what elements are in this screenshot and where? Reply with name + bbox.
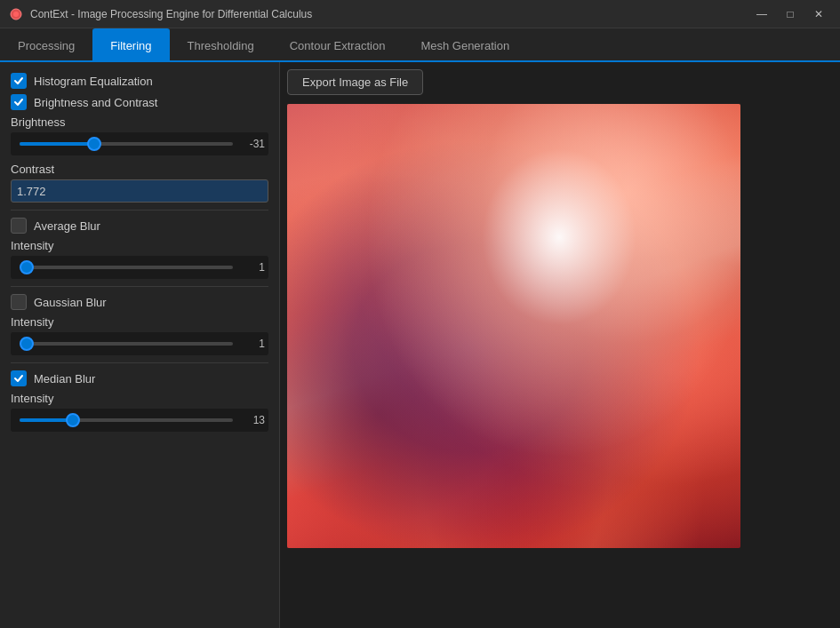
- histogram-equalization-label: Histogram Equalization: [34, 75, 153, 88]
- brightness-contrast-row: Brightness and Contrast: [11, 94, 268, 110]
- histogram-equalization-section: Histogram Equalization: [11, 73, 268, 89]
- average-blur-row: Average Blur: [11, 218, 268, 234]
- intensity-track-2: [20, 342, 233, 346]
- average-blur-checkbox[interactable]: [11, 218, 27, 234]
- median-blur-row: Median Blur: [11, 370, 268, 386]
- export-button[interactable]: Export Image as File: [287, 69, 423, 95]
- intensity-value-1: 1: [238, 261, 265, 274]
- intensity-value-3: 13: [238, 414, 265, 426]
- average-blur-label: Average Blur: [34, 219, 100, 233]
- divider-1: [11, 210, 268, 211]
- tab-mesh-generation[interactable]: Mesh Generation: [403, 28, 527, 60]
- gaussian-blur-row: Gaussian Blur: [11, 294, 268, 310]
- intensity-thumb-3[interactable]: [66, 413, 80, 427]
- intensity-slider-1-row[interactable]: 1: [11, 256, 268, 279]
- contrast-value: 1.772: [17, 185, 262, 198]
- brightness-thumb[interactable]: [87, 137, 101, 151]
- tab-contour-extraction[interactable]: Contour Extraction: [272, 28, 404, 60]
- divider-3: [11, 362, 268, 363]
- intensity-label-3: Intensity: [11, 392, 268, 405]
- intensity-thumb-1[interactable]: [20, 260, 34, 274]
- contrast-label: Contrast: [11, 163, 268, 176]
- tab-filtering[interactable]: Filtering: [92, 28, 169, 60]
- intensity-label-2: Intensity: [11, 315, 268, 329]
- app-icon: [9, 7, 23, 21]
- right-panel: Export Image as File: [280, 62, 840, 628]
- tab-processing[interactable]: Processing: [0, 28, 92, 60]
- histogram-equalization-checkbox[interactable]: [11, 73, 27, 89]
- maximize-button[interactable]: □: [778, 5, 803, 23]
- intensity-label-1: Intensity: [11, 239, 268, 252]
- image-canvas: [287, 104, 740, 548]
- brightness-contrast-label: Brightness and Contrast: [34, 96, 157, 109]
- histogram-equalization-row: Histogram Equalization: [11, 73, 268, 89]
- brightness-slider-row[interactable]: -31: [11, 132, 268, 155]
- svg-point-1: [13, 12, 19, 17]
- average-blur-section: Average Blur Intensity 1: [11, 218, 268, 279]
- tab-thresholding[interactable]: Thresholding: [170, 28, 272, 60]
- intensity-thumb-2[interactable]: [20, 337, 34, 351]
- gaussian-blur-label: Gaussian Blur: [34, 296, 107, 309]
- brightness-contrast-section: Brightness and Contrast Brightness -31 C…: [11, 94, 268, 203]
- brightness-label: Brightness: [11, 115, 268, 129]
- median-blur-checkbox[interactable]: [11, 370, 27, 386]
- median-blur-section: Median Blur Intensity 13: [11, 370, 268, 432]
- intensity-value-2: 1: [238, 338, 265, 350]
- brightness-value: -31: [238, 138, 265, 150]
- gaussian-blur-section: Gaussian Blur Intensity 1: [11, 294, 268, 355]
- gaussian-blur-checkbox[interactable]: [11, 294, 27, 310]
- median-blur-label: Median Blur: [34, 372, 95, 386]
- minimize-button[interactable]: —: [749, 5, 774, 23]
- window-title: ContExt - Image Processing Engine for Di…: [30, 8, 749, 20]
- window-controls: — □ ✕: [749, 5, 831, 23]
- brightness-fill: [20, 142, 94, 146]
- intensity-track-3: [20, 418, 233, 422]
- image-container: [287, 104, 833, 621]
- intensity-track-1: [20, 266, 233, 269]
- brightness-contrast-checkbox[interactable]: [11, 94, 27, 110]
- intensity-slider-3-row[interactable]: 13: [11, 409, 268, 432]
- divider-2: [11, 286, 268, 287]
- brightness-track: [20, 142, 233, 146]
- intensity-slider-2-row[interactable]: 1: [11, 332, 268, 355]
- tab-bar: Processing Filtering Thresholding Contou…: [0, 28, 840, 62]
- contrast-input-row[interactable]: 1.772: [11, 179, 268, 203]
- intensity-fill-3: [20, 418, 73, 422]
- close-button[interactable]: ✕: [806, 5, 831, 23]
- titlebar: ContExt - Image Processing Engine for Di…: [0, 0, 840, 28]
- main-layout: Histogram Equalization Brightness and Co…: [0, 62, 840, 628]
- image-preview: [287, 104, 740, 548]
- left-panel: Histogram Equalization Brightness and Co…: [0, 62, 280, 628]
